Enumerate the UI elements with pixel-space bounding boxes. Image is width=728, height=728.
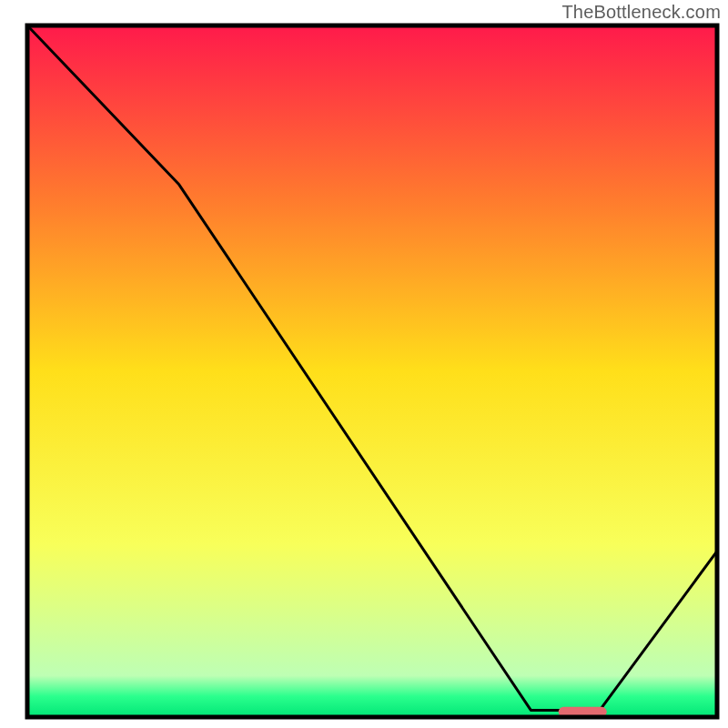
bottleneck-chart bbox=[0, 0, 728, 728]
chart-stage: TheBottleneck.com bbox=[0, 0, 728, 728]
gradient-background bbox=[27, 25, 717, 717]
